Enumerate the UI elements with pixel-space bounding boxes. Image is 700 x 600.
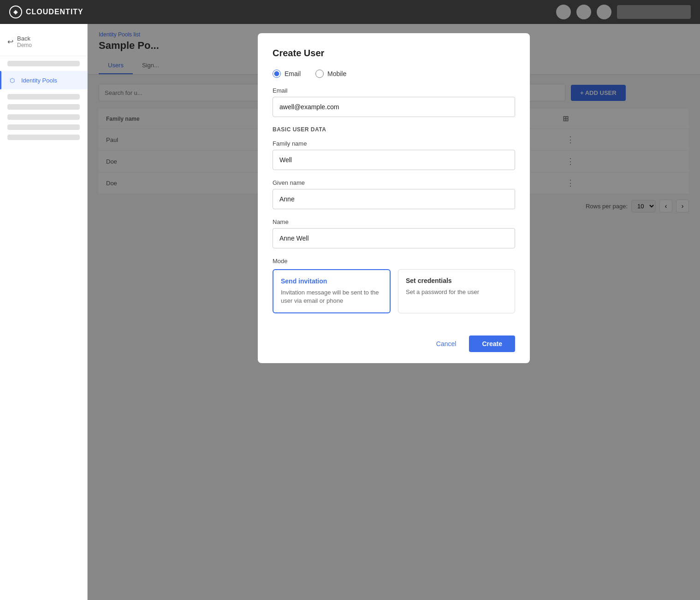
modal-title: Create User (273, 48, 515, 59)
logo-icon: ◈ (9, 6, 22, 18)
cancel-button[interactable]: Cancel (429, 335, 464, 352)
email-field[interactable] (273, 97, 515, 117)
send-invitation-title: Send invitation (281, 277, 382, 285)
modal-overlay[interactable]: Create User Email Mobile Email (88, 24, 700, 600)
set-credentials-desc: Set a password for the user (406, 288, 507, 296)
given-name-form-group: Given name (273, 179, 515, 209)
create-user-modal: Create User Email Mobile Email (258, 33, 530, 363)
family-name-label: Family name (273, 140, 515, 147)
app-logo: ◈ CLOUDENTITY (9, 6, 83, 18)
mode-card-set-credentials[interactable]: Set credentials Set a password for the u… (398, 269, 515, 313)
create-button[interactable]: Create (469, 335, 515, 352)
radio-mobile-option[interactable]: Mobile (315, 70, 346, 78)
sidebar-placeholder-3 (7, 104, 80, 110)
sidebar-placeholder-6 (7, 135, 80, 140)
mode-cards: Send invitation Invitation message will … (273, 269, 515, 313)
sidebar-divider (0, 56, 87, 56)
radio-mobile-label: Mobile (327, 70, 346, 77)
name-field[interactable] (273, 228, 515, 248)
sidebar-item-identity-pools[interactable]: ⬡ Identity Pools (0, 71, 87, 89)
main-layout: ↩ Back Demo ⬡ Identity Pools Identity Po… (0, 24, 700, 600)
sidebar-item-label: Identity Pools (21, 77, 57, 84)
sidebar-placeholder-5 (7, 124, 80, 130)
family-name-form-group: Family name (273, 140, 515, 170)
top-nav: ◈ CLOUDENTITY (0, 0, 700, 24)
family-name-field[interactable] (273, 150, 515, 170)
sidebar: ↩ Back Demo ⬡ Identity Pools (0, 24, 88, 600)
basic-user-data-label: BASIC USER DATA (273, 126, 515, 133)
back-button[interactable]: ↩ Back Demo (0, 31, 87, 52)
back-label: Back (17, 35, 32, 42)
mode-form-group: Mode Send invitation Invitation message … (273, 258, 515, 313)
avatar-2[interactable] (576, 5, 591, 19)
sidebar-placeholder-1 (7, 61, 80, 66)
send-invitation-desc: Invitation message will be sent to the u… (281, 288, 382, 305)
modal-footer: Cancel Create (273, 328, 515, 352)
avatar-3[interactable] (597, 5, 611, 19)
back-sub: Demo (17, 42, 32, 48)
radio-mobile[interactable] (315, 70, 324, 78)
sidebar-placeholder-2 (7, 94, 80, 100)
given-name-label: Given name (273, 179, 515, 186)
radio-email-label: Email (285, 70, 301, 77)
set-credentials-title: Set credentials (406, 277, 507, 284)
back-icon: ↩ (7, 37, 13, 46)
radio-email[interactable] (273, 70, 281, 78)
avatar-1[interactable] (556, 5, 571, 19)
sidebar-placeholder-4 (7, 114, 80, 120)
email-form-group: Email (273, 87, 515, 117)
name-form-group: Name (273, 218, 515, 248)
mode-label: Mode (273, 258, 515, 265)
app-name: CLOUDENTITY (26, 8, 83, 16)
mode-card-send-invitation[interactable]: Send invitation Invitation message will … (273, 269, 391, 313)
given-name-field[interactable] (273, 189, 515, 209)
name-label: Name (273, 218, 515, 225)
content-area: Identity Pools list Sample Po... Users S… (88, 24, 700, 600)
email-label: Email (273, 87, 515, 94)
topnav-search[interactable] (617, 5, 691, 19)
radio-email-option[interactable]: Email (273, 70, 301, 78)
identifier-radio-group: Email Mobile (273, 70, 515, 78)
identity-pools-icon: ⬡ (7, 76, 17, 85)
